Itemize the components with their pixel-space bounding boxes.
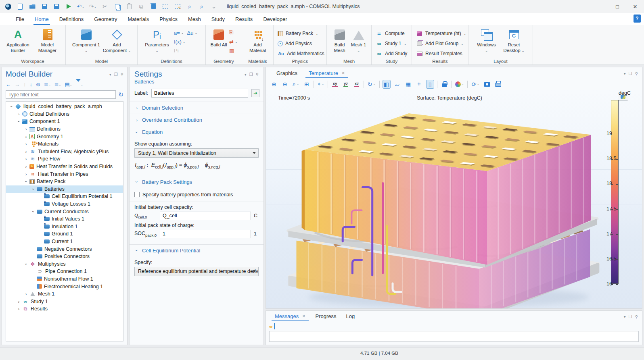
undo-icon[interactable]: ↶⌄ bbox=[77, 2, 85, 10]
tab-graphics[interactable]: Graphics bbox=[272, 68, 302, 78]
add-component-button[interactable]: Add Component ⌄ bbox=[102, 28, 132, 54]
panel-menu-icon[interactable]: ▾ bbox=[109, 72, 111, 77]
add-material-button[interactable]: Add Material bbox=[247, 28, 269, 54]
tab-log[interactable]: Log bbox=[341, 311, 360, 321]
functions-button[interactable]: f(x)⌄ bbox=[174, 37, 185, 46]
tree-item-component-1[interactable]: Component 1 bbox=[6, 118, 123, 125]
specify-from-materials-checkbox[interactable]: Specify battery properties from material… bbox=[134, 192, 259, 198]
panel-float-icon[interactable]: ❐ bbox=[249, 72, 253, 77]
panel-menu-icon[interactable]: ▾ bbox=[624, 71, 626, 76]
panel-pin-icon[interactable]: ⚲ bbox=[121, 72, 123, 77]
lock-view-icon[interactable] bbox=[440, 80, 448, 89]
panel-float-icon[interactable]: ❐ bbox=[629, 314, 632, 319]
tree-item-multiphysics[interactable]: Multiphysics bbox=[6, 260, 123, 268]
label-input[interactable] bbox=[151, 89, 248, 98]
import-geometry-icon[interactable]: ⎘ bbox=[229, 29, 238, 37]
view-yz-icon[interactable]: yz bbox=[342, 80, 350, 89]
tree-item-results[interactable]: Results bbox=[6, 305, 123, 313]
grid-icon[interactable]: ▦ bbox=[404, 80, 412, 89]
study-1-button[interactable]: ∞Study 1⌄ bbox=[376, 39, 407, 48]
menu-geometry[interactable]: Geometry bbox=[89, 13, 122, 25]
open-in-table-icon[interactable] bbox=[274, 323, 275, 329]
back-icon[interactable]: ← bbox=[6, 81, 11, 87]
result-templates-button[interactable]: Result Templates bbox=[416, 49, 466, 58]
tab-messages[interactable]: Messages✕ bbox=[270, 311, 310, 321]
menu-definitions[interactable]: Definitions bbox=[54, 13, 89, 25]
view-xy-icon[interactable]: xy bbox=[331, 80, 339, 89]
find-icon[interactable]: ⌕ bbox=[186, 2, 194, 10]
panel-pin-icon[interactable]: ⚲ bbox=[635, 71, 638, 76]
zoom-box-icon[interactable]: ⌕⌄ bbox=[292, 80, 300, 89]
menu-mesh[interactable]: Mesh bbox=[183, 13, 206, 25]
axis-orientation-icon[interactable]: ⌗ bbox=[415, 80, 423, 89]
forward-icon[interactable]: → bbox=[15, 81, 20, 87]
search-table-icon[interactable]: ⌕ bbox=[198, 2, 206, 10]
panel-float-icon[interactable]: ❐ bbox=[114, 72, 118, 77]
move-down-icon[interactable]: ↓ bbox=[30, 81, 33, 87]
tree-item-electrochemical-heating-1[interactable]: Electrochemical Heating 1 bbox=[6, 283, 123, 290]
tree-item-root[interactable]: liquid_cooled_battery_pack_a.mph bbox=[6, 103, 123, 110]
print-icon[interactable] bbox=[494, 80, 502, 89]
tree-item-battery-pack[interactable]: Battery Pack bbox=[6, 178, 123, 185]
tree-item-batteries[interactable]: Batteries bbox=[6, 185, 123, 193]
compute-button[interactable]: =Compute bbox=[376, 29, 407, 38]
add-mathematics-button[interactable]: ΔuAdd Mathematics bbox=[278, 49, 324, 58]
tree-item-heat-transfer-pipes[interactable]: Heat Transfer in Pipes bbox=[6, 170, 123, 178]
nonlocal-couplings-button[interactable]: Δu⌄ bbox=[187, 29, 197, 37]
tab-progress[interactable]: Progress bbox=[310, 311, 341, 321]
save-to-model-manager-icon[interactable] bbox=[52, 2, 61, 10]
component-1-button[interactable]: Component 1 ⌄ bbox=[72, 28, 101, 54]
tree-item-insulation-1[interactable]: Insulation 1 bbox=[6, 223, 123, 231]
tree-item-voltage-losses-1[interactable]: Voltage Losses 1 bbox=[6, 200, 123, 208]
run-icon[interactable] bbox=[65, 2, 73, 10]
model-tree-node-text-icon[interactable]: ▤⌄ bbox=[65, 81, 72, 87]
model-manager-button[interactable]: Model Manager bbox=[33, 28, 61, 54]
specify-select[interactable]: Reference equilibrium potential and temp… bbox=[134, 267, 259, 276]
close-tab-icon[interactable]: ✕ bbox=[302, 314, 305, 319]
scene-light-icon[interactable]: ◧ bbox=[383, 80, 391, 89]
minimize-button[interactable]: – bbox=[591, 0, 608, 13]
zoom-out-icon[interactable]: ⊖ bbox=[281, 80, 289, 89]
variables-button[interactable]: a=⌄ bbox=[174, 29, 185, 37]
save-icon[interactable] bbox=[40, 2, 48, 10]
graphics-canvas[interactable]: Time=72000 s Surface: Temperature (degC)… bbox=[266, 90, 642, 308]
tab-temperature[interactable]: Temperature✕ bbox=[304, 68, 350, 78]
customize-toolbar-icon[interactable]: ⌄ bbox=[210, 2, 218, 10]
show-icon[interactable]: ⊚ bbox=[36, 81, 40, 87]
close-button[interactable]: ✕ bbox=[626, 0, 644, 13]
color-palette-icon[interactable]: ⌄ bbox=[454, 80, 465, 89]
add-study-button[interactable]: ∞Add Study bbox=[376, 49, 407, 58]
parameters-button[interactable]: Pᵢ Parameters⌄ bbox=[142, 28, 172, 54]
panel-float-icon[interactable]: ❐ bbox=[629, 71, 632, 76]
filter-icon[interactable]: ⌄ bbox=[76, 81, 83, 87]
capacity-input[interactable] bbox=[160, 212, 251, 220]
menu-home[interactable]: Home bbox=[29, 13, 54, 25]
panel-pin-icon[interactable]: ⚲ bbox=[635, 314, 638, 319]
battery-pack-button[interactable]: Battery Pack⌄ bbox=[278, 29, 324, 38]
plot-update-icon[interactable]: ⟳⌄ bbox=[470, 80, 480, 89]
temperature-ht-button[interactable]: Temperature (ht)⌄ bbox=[416, 29, 466, 38]
menu-file[interactable]: File bbox=[10, 13, 29, 25]
zoom-in-icon[interactable]: ⊕ bbox=[270, 80, 278, 89]
tree-item-geometry-1[interactable]: Geometry 1 bbox=[6, 133, 123, 140]
copy-icon[interactable] bbox=[113, 2, 121, 10]
build-all-button[interactable]: Build All bbox=[210, 28, 228, 48]
soc-input[interactable] bbox=[160, 230, 251, 238]
tree-item-positive-connectors[interactable]: Positive Connectors bbox=[6, 253, 123, 260]
collapse-all-icon[interactable]: ≣⌄ bbox=[44, 81, 51, 87]
add-physics-button[interactable]: Add Physics bbox=[278, 39, 324, 48]
perspective-icon[interactable]: ▱ bbox=[393, 80, 401, 89]
tree-item-study-1[interactable]: Study 1 bbox=[6, 298, 123, 305]
build-mesh-button[interactable]: Build Mesh bbox=[331, 28, 348, 54]
tree-item-negative-connectors[interactable]: Negative Connectors bbox=[6, 245, 123, 253]
label-aux-button[interactable]: ➜ bbox=[251, 89, 259, 97]
menu-study[interactable]: Study bbox=[206, 13, 230, 25]
select-box-icon[interactable] bbox=[161, 2, 169, 10]
parameter-case-button[interactable]: Pi bbox=[174, 46, 185, 54]
add-plot-group-button[interactable]: Add Plot Group⌄ bbox=[416, 39, 466, 48]
tree-item-global-definitions[interactable]: Global Definitions bbox=[6, 110, 123, 118]
go-to-view-icon[interactable]: ⌖⌄ bbox=[317, 80, 325, 89]
new-file-icon[interactable] bbox=[16, 2, 24, 10]
tree-item-cell-equilibrium-potential-1[interactable]: Cell Equilibrium Potential 1 bbox=[6, 193, 123, 200]
checkbox-icon[interactable] bbox=[134, 192, 140, 197]
